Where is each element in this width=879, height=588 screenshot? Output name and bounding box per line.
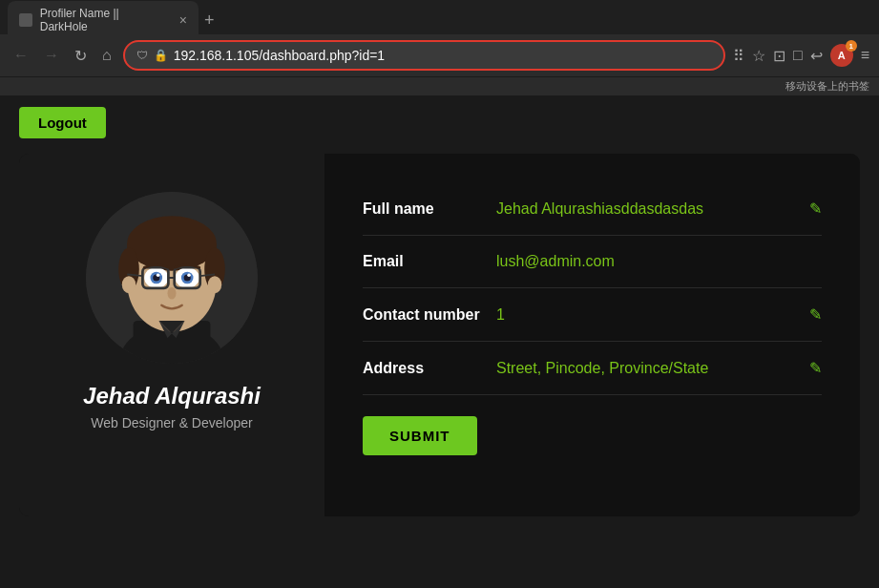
svg-point-9	[122, 276, 136, 293]
notification-badge: 1	[846, 40, 857, 52]
email-value: lush@admin.com	[496, 253, 822, 270]
address-field-row: Address Street, Pincode, Province/State …	[363, 342, 822, 395]
star-icon[interactable]: ☆	[752, 47, 765, 65]
tab-bar: Profiler Name || DarkHole × +	[0, 0, 879, 34]
nav-right-icons: ⠿ ☆ ⊡ □ ↩ A 1 ≡	[733, 44, 869, 67]
page-content: Logout	[0, 95, 879, 563]
profile-right-panel: Full name Jehad Alqurashiasddasdasdas ✎ …	[324, 154, 860, 516]
refresh-button[interactable]: ↻	[71, 43, 91, 69]
address-edit-icon[interactable]: ✎	[809, 359, 822, 377]
tab-favicon	[19, 13, 32, 27]
shield-icon: 🛡	[136, 49, 148, 62]
logout-button[interactable]: Logout	[19, 107, 106, 138]
home-button[interactable]: ⌂	[98, 43, 115, 68]
svg-rect-6	[127, 243, 217, 261]
profile-left-panel: Jehad Alqurashi Web Designer & Developer	[19, 154, 324, 516]
screenshot-icon[interactable]: ⊡	[773, 47, 785, 65]
tab-title: Profiler Name || DarkHole	[40, 7, 168, 33]
lock-icon: 🔒	[154, 49, 168, 62]
email-field-row: Email lush@admin.com	[363, 236, 822, 288]
svg-point-22	[157, 274, 160, 278]
fullname-field-row: Full name Jehad Alqurashiasddasdasdas ✎	[363, 182, 822, 236]
submit-button[interactable]: SUBMIT	[363, 416, 477, 455]
contact-field-row: Contact number 1 ✎	[363, 288, 822, 342]
contact-label: Contact number	[363, 306, 496, 324]
address-bar[interactable]	[174, 48, 712, 63]
avatar-image	[86, 192, 258, 364]
nav-bar: ← → ↻ ⌂ 🛡 🔒 ⠿ ☆ ⊡ □ ↩ A 1 ≡	[0, 34, 879, 76]
fullname-label: Full name	[363, 200, 496, 218]
address-bar-wrap: 🛡 🔒	[123, 40, 725, 71]
menu-button[interactable]: ≡	[861, 47, 869, 64]
back-arrow-icon[interactable]: ↩	[810, 47, 823, 65]
browser-chrome: Profiler Name || DarkHole × + ← → ↻ ⌂ 🛡 …	[0, 0, 879, 95]
email-label: Email	[363, 253, 496, 270]
svg-point-23	[187, 274, 191, 278]
address-label: Address	[363, 360, 496, 377]
fullname-edit-icon[interactable]: ✎	[809, 200, 822, 218]
fullname-value: Jehad Alqurashiasddasdasdas	[496, 200, 800, 218]
forward-button[interactable]: →	[40, 43, 63, 68]
bookmark-icon[interactable]: □	[793, 47, 803, 64]
profile-name: Jehad Alqurashi	[83, 383, 261, 410]
contact-edit-icon[interactable]: ✎	[809, 305, 822, 324]
bookmark-hint-text: 移动设备上的书签	[785, 80, 869, 92]
profile-title: Web Designer & Developer	[91, 415, 252, 430]
active-tab[interactable]: Profiler Name || DarkHole ×	[8, 1, 199, 39]
avatar-container	[86, 192, 258, 364]
svg-point-10	[208, 276, 221, 293]
profile-icon-label: A	[838, 50, 846, 61]
bookmark-hint-bar: 移动设备上的书签	[0, 76, 879, 95]
contact-value: 1	[496, 306, 800, 324]
back-button[interactable]: ←	[10, 43, 32, 68]
address-value: Street, Pincode, Province/State	[496, 360, 800, 377]
tab-close-button[interactable]: ×	[179, 12, 187, 28]
qr-icon[interactable]: ⠿	[733, 47, 744, 65]
profile-card: Jehad Alqurashi Web Designer & Developer…	[19, 154, 860, 516]
new-tab-button[interactable]: +	[204, 10, 215, 31]
svg-point-24	[168, 287, 177, 300]
profile-icon[interactable]: A 1	[830, 44, 853, 67]
